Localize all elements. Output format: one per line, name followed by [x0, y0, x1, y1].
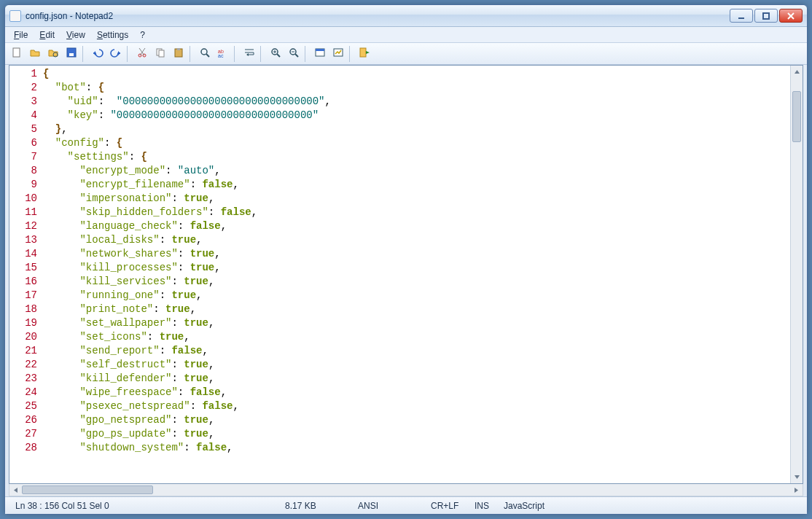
app-icon	[9, 10, 21, 22]
menu-edit[interactable]: Edit	[34, 28, 60, 42]
scroll-down-icon[interactable]	[791, 471, 803, 483]
code-line[interactable]: "print_note": true,	[43, 303, 790, 316]
horizontal-scrollbar[interactable]	[9, 484, 803, 496]
toolbar-separator	[82, 46, 87, 62]
new-icon	[11, 47, 23, 61]
scroll-track-h[interactable]	[22, 484, 790, 496]
scroll-track[interactable]	[791, 78, 803, 471]
exit-button[interactable]	[356, 45, 373, 63]
code-line[interactable]: "encrypt_mode": "auto",	[43, 164, 790, 178]
scroll-thumb-h[interactable]	[22, 485, 153, 494]
editor: 1234567891011121314151617181920212223242…	[9, 65, 803, 484]
minimize-button[interactable]	[730, 9, 753, 23]
status-eol: CR+LF	[425, 501, 469, 511]
code-line[interactable]: "local_disks": true,	[43, 233, 790, 247]
code-line[interactable]: "set_wallpaper": true,	[43, 316, 790, 330]
toolbar-separator	[190, 46, 194, 62]
zoom-out-button[interactable]	[285, 45, 302, 63]
code-line[interactable]: "bot": {	[43, 81, 790, 95]
svg-text:ac: ac	[218, 53, 224, 58]
toolbar: abac	[5, 43, 807, 65]
status-filesize: 8.17 KB	[279, 501, 352, 511]
code-line[interactable]: "config": {	[43, 136, 790, 150]
status-encoding: ANSI	[352, 501, 425, 511]
find-button[interactable]	[196, 45, 214, 63]
zoom-out-icon	[288, 47, 300, 61]
code-line[interactable]: "kill_services": true,	[43, 275, 790, 289]
code-line[interactable]: "impersonation": true,	[43, 192, 790, 206]
browse-icon	[47, 47, 59, 61]
code-line[interactable]: "settings": {	[43, 150, 790, 164]
code-line[interactable]: "self_destruct": true,	[43, 358, 790, 372]
svg-rect-4	[13, 48, 20, 57]
scroll-right-icon[interactable]	[790, 484, 803, 496]
cut-button[interactable]	[133, 45, 151, 63]
code-line[interactable]: "kill_processes": true,	[43, 261, 790, 275]
close-button[interactable]	[779, 9, 803, 23]
paste-button[interactable]	[170, 45, 187, 63]
code-line[interactable]: "language_check": false,	[43, 219, 790, 233]
svg-line-19	[206, 54, 209, 57]
find-icon	[199, 47, 211, 61]
replace-button[interactable]: abac	[214, 45, 232, 63]
zoom-in-button[interactable]	[267, 45, 284, 63]
wordwrap-button[interactable]	[241, 45, 258, 63]
code-line[interactable]: "set_icons": true,	[43, 330, 790, 344]
svg-marker-38	[795, 475, 800, 479]
scheme-button[interactable]	[311, 45, 329, 63]
window-title: config.json - Notepad2	[26, 11, 730, 21]
redo-icon	[110, 47, 122, 61]
svg-marker-36	[366, 51, 370, 54]
toolbar-separator	[349, 46, 354, 62]
open-icon	[29, 47, 41, 61]
toolbar-separator	[305, 46, 309, 62]
new-button[interactable]	[8, 45, 26, 63]
svg-rect-7	[69, 53, 74, 56]
menu-file[interactable]: File	[8, 28, 34, 42]
code-line[interactable]: "send_report": false,	[43, 344, 790, 358]
code-line[interactable]: "shutdown_system": false,	[43, 441, 790, 455]
menu-bar: FileEditViewSettings?	[5, 27, 807, 43]
code-line[interactable]: "kill_defender": true,	[43, 372, 790, 386]
svg-line-30	[295, 54, 298, 57]
save-button[interactable]	[63, 45, 80, 63]
customize-button[interactable]	[329, 45, 347, 63]
svg-rect-17	[177, 48, 180, 50]
app-window: config.json - Notepad2 FileEditViewSetti…	[4, 4, 808, 515]
vertical-scrollbar[interactable]	[790, 66, 803, 483]
code-line[interactable]: "gpo_ps_update": true,	[43, 427, 790, 441]
cut-icon	[136, 47, 148, 61]
title-bar[interactable]: config.json - Notepad2	[5, 5, 807, 27]
scroll-up-icon[interactable]	[791, 66, 803, 78]
menu-help[interactable]: ?	[134, 28, 151, 42]
code-line[interactable]: "running_one": true,	[43, 289, 790, 303]
copy-button[interactable]	[152, 45, 169, 63]
redo-button[interactable]	[107, 45, 125, 63]
code-area[interactable]: { "bot": { "uid": "000000000000000000000…	[42, 66, 790, 483]
code-line[interactable]: "key": "00000000000000000000000000000000…	[43, 109, 790, 122]
code-line[interactable]: },	[43, 122, 790, 136]
browse-button[interactable]	[44, 45, 62, 63]
code-line[interactable]: "uid": "00000000000000000000000000000000…	[43, 95, 790, 109]
code-line[interactable]: "encrypt_filename": false,	[43, 178, 790, 192]
maximize-button[interactable]	[754, 9, 778, 23]
menu-settings[interactable]: Settings	[91, 28, 134, 42]
code-line[interactable]: "gpo_netspread": true,	[43, 413, 790, 427]
status-language: JavaScript	[498, 501, 550, 511]
scroll-thumb[interactable]	[792, 91, 801, 142]
code-line[interactable]: "skip_hidden_folders": false,	[43, 206, 790, 219]
scroll-left-icon[interactable]	[9, 484, 22, 496]
toolbar-separator	[127, 46, 131, 62]
undo-button[interactable]	[89, 45, 106, 63]
window-controls	[730, 9, 803, 23]
svg-marker-40	[795, 488, 798, 493]
zoom-in-icon	[270, 47, 281, 61]
code-line[interactable]: "network_shares": true,	[43, 247, 790, 261]
open-button[interactable]	[26, 45, 44, 63]
code-line[interactable]: "psexec_netspread": false,	[43, 399, 790, 413]
code-line[interactable]: {	[43, 67, 790, 81]
svg-rect-33	[316, 49, 324, 51]
svg-marker-8	[93, 51, 95, 55]
menu-view[interactable]: View	[60, 28, 91, 42]
code-line[interactable]: "wipe_freespace": false,	[43, 386, 790, 399]
